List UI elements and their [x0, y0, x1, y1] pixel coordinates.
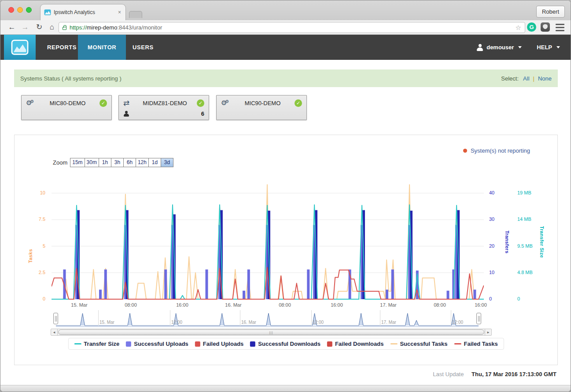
- gears-icon: ⚙⚙: [221, 99, 231, 107]
- main-chart-plot[interactable]: [52, 184, 484, 300]
- zoom-option-15m[interactable]: 15m: [70, 158, 85, 167]
- browser-toolbar: ← → ↻ ⌂ https://mirep-demo:8443/ura/moni…: [0, 20, 571, 35]
- home-icon[interactable]: ⌂: [47, 22, 57, 33]
- navigator-gridline: [98, 310, 99, 326]
- nav-item-users[interactable]: USERS: [123, 35, 163, 60]
- transfer-size-tick-label: 4.8 MB: [517, 270, 540, 275]
- transfers-tick-label: 20: [489, 243, 507, 249]
- users-count-icon: [123, 111, 129, 117]
- legend-swatch: [195, 341, 200, 347]
- help-menu[interactable]: HELP: [537, 44, 560, 51]
- url-host: mirep-demo: [87, 24, 117, 31]
- app-navbar: REPORTS MONITOR USERS demouser HELP: [0, 35, 571, 60]
- status-ok-icon: ✓: [99, 99, 107, 107]
- scrollbar-left-arrow-icon[interactable]: ◂: [51, 329, 58, 335]
- chart-legend: Transfer Size Successful Uploads Failed …: [68, 338, 504, 350]
- user-menu-label: demouser: [486, 44, 514, 51]
- back-icon[interactable]: ←: [7, 22, 17, 33]
- zoom-option-1d[interactable]: 1d: [148, 158, 161, 167]
- legend-item-transfer-size[interactable]: Transfer Size: [74, 341, 119, 347]
- window-minimize-button[interactable]: [17, 7, 23, 13]
- legend-item-failed-tasks[interactable]: Failed Tasks: [454, 341, 498, 347]
- transfers-tick-label: 40: [489, 190, 507, 195]
- tab-title: Ipswitch Analytics: [54, 9, 117, 15]
- status-ok-icon: ✓: [197, 99, 204, 107]
- zoom-option-3h[interactable]: 3h: [111, 158, 124, 167]
- transfer-arrows-icon: ⇄: [123, 99, 133, 108]
- address-bar[interactable]: https://mirep-demo:8443/ura/monitor ☆: [59, 22, 525, 33]
- navigator-label: 17. Mar: [381, 320, 396, 325]
- x-axis-label: 15. Mar: [71, 302, 87, 308]
- chart-navigator[interactable]: 15. Mar12:0016. Mar12:0017. Mar12:00: [56, 310, 479, 327]
- browser-tab[interactable]: Ipswitch Analytics ×: [40, 4, 126, 20]
- navigator-right-handle[interactable]: [476, 313, 481, 324]
- legend-item-successful-downloads[interactable]: Successful Downloads: [250, 341, 320, 347]
- legend-swatch: [390, 343, 397, 344]
- window-zoom-button[interactable]: [26, 7, 32, 13]
- chart-scrollbar[interactable]: ◂ ||| ▸: [51, 329, 492, 336]
- zoom-option-3d-selected[interactable]: 3d: [161, 158, 173, 167]
- navigator-label: 12:00: [452, 320, 463, 325]
- transfer-size-tick-label: 0: [517, 296, 540, 301]
- nav-item-monitor[interactable]: MONITOR: [78, 35, 126, 60]
- shield-extension-icon[interactable]: [541, 22, 550, 32]
- transfer-size-tick-label: 9.5 MB: [517, 243, 540, 249]
- transfer-size-axis-title: Transfer Size: [539, 226, 545, 258]
- x-axis-label: 16:00: [475, 302, 487, 308]
- not-reporting-dot-icon: [463, 149, 467, 153]
- legend-swatch: [454, 343, 461, 344]
- navigator-gridline: [311, 310, 312, 326]
- scrollbar-thumb[interactable]: |||: [58, 330, 484, 335]
- tab-close-icon[interactable]: ×: [117, 9, 122, 15]
- zoom-option-6h[interactable]: 6h: [123, 158, 136, 167]
- browser-profile-button[interactable]: Robert: [536, 6, 565, 18]
- legend-item-failed-uploads[interactable]: Failed Uploads: [195, 341, 243, 347]
- select-all-link[interactable]: All: [523, 75, 529, 82]
- legend-item-successful-tasks[interactable]: Successful Tasks: [390, 341, 447, 347]
- transfers-tick-label: 10: [489, 270, 507, 275]
- forward-icon[interactable]: →: [20, 22, 30, 33]
- new-tab-button[interactable]: [129, 11, 142, 18]
- transfer-size-tick-label: 19 MB: [517, 190, 540, 195]
- zoom-range-selector: Zoom 15m 30m 1h 3h 6h 12h 1d 3d: [53, 158, 173, 167]
- zoom-option-1h[interactable]: 1h: [99, 158, 111, 167]
- scrollbar-right-arrow-icon[interactable]: ▸: [485, 329, 491, 335]
- tasks-tick-label: 7.5: [24, 216, 45, 222]
- legend-item-failed-downloads[interactable]: Failed Downloads: [327, 341, 384, 347]
- system-card-midmz81[interactable]: ⇄ MIDMZ81-DEMO ✓ 6: [118, 95, 209, 120]
- reload-icon[interactable]: ↻: [34, 22, 44, 33]
- padlock-icon[interactable]: [63, 27, 66, 30]
- navigator-left-handle[interactable]: [53, 313, 58, 324]
- url-scheme: https://: [70, 24, 87, 31]
- legend-swatch: [327, 341, 332, 347]
- tasks-tick-label: 0: [24, 296, 45, 301]
- user-icon: [476, 44, 483, 51]
- x-axis-label: 08:00: [279, 302, 291, 308]
- browser-menu-icon[interactable]: [554, 22, 566, 33]
- monitor-chart-card: System(s) not reporting Zoom 15m 30m 1h …: [14, 135, 558, 365]
- navigator-label: 12:00: [313, 320, 324, 325]
- navigator-gridline: [380, 310, 380, 326]
- bookmark-star-icon[interactable]: ☆: [516, 24, 521, 32]
- select-label: Select:: [501, 75, 519, 82]
- window-bottom-edge: [0, 385, 571, 392]
- chevron-down-icon: [518, 46, 522, 48]
- select-none-link[interactable]: None: [538, 75, 552, 82]
- favicon-chart-icon: [44, 9, 51, 15]
- system-name: MIC80-DEMO: [36, 100, 99, 106]
- legend-item-successful-uploads[interactable]: Successful Uploads: [126, 341, 188, 347]
- zoom-option-12h[interactable]: 12h: [136, 158, 149, 167]
- window-close-button[interactable]: [8, 7, 14, 13]
- tab-strip: Ipswitch Analytics × Robert: [0, 0, 571, 20]
- last-update-footer: Last Update Thu, 17 Mar 2016 17:13:00 GM…: [433, 371, 556, 377]
- legend-swatch: [74, 343, 81, 344]
- system-card-mic90[interactable]: ⚙⚙ MIC90-DEMO ✓: [216, 95, 307, 120]
- navigator-gridline: [240, 310, 240, 326]
- system-card-mic80[interactable]: ⚙⚙ MIC80-DEMO ✓: [21, 95, 112, 120]
- app-logo[interactable]: [4, 35, 36, 60]
- grammarly-extension-icon[interactable]: G: [527, 22, 536, 32]
- user-menu[interactable]: demouser: [476, 44, 522, 51]
- x-axis-label: 08:00: [434, 302, 446, 308]
- browser-window: Ipswitch Analytics × Robert ← → ↻ ⌂ http…: [0, 0, 571, 392]
- zoom-option-30m[interactable]: 30m: [85, 158, 99, 167]
